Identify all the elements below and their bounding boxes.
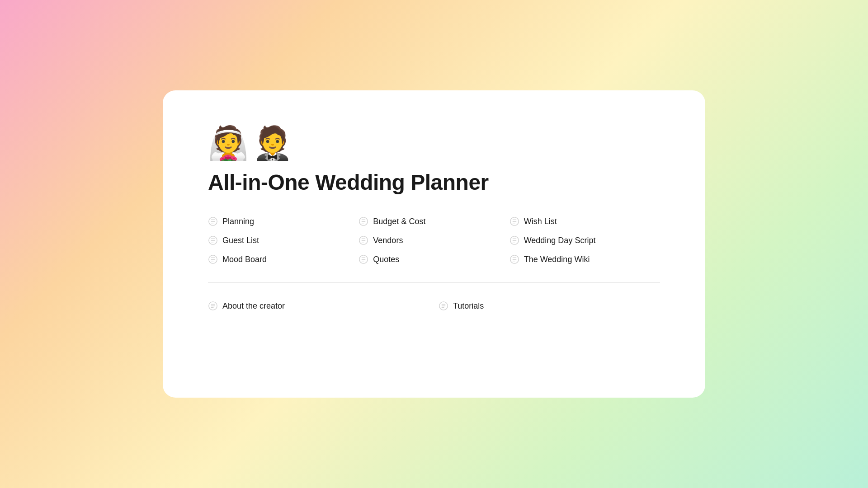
footer-links: About the creator Tutorials <box>208 301 660 311</box>
about-creator-icon <box>208 301 218 311</box>
budget-label: Budget & Cost <box>373 217 425 226</box>
link-wedding-script[interactable]: Wedding Day Script <box>509 235 660 245</box>
links-grid: Planning Budget & Cost Wish List Guest L… <box>208 216 660 264</box>
wishlist-label: Wish List <box>524 217 557 226</box>
guestlist-label: Guest List <box>222 236 259 245</box>
emoji-row: 👰 🤵 <box>208 127 660 159</box>
wishlist-icon <box>509 216 519 226</box>
about-creator-label: About the creator <box>222 301 285 311</box>
link-wishlist[interactable]: Wish List <box>509 216 660 226</box>
planning-icon <box>208 216 218 226</box>
wedding-wiki-label: The Wedding Wiki <box>524 255 590 264</box>
link-guestlist[interactable]: Guest List <box>208 235 359 245</box>
link-vendors[interactable]: Vendors <box>359 235 509 245</box>
vendors-icon <box>359 235 368 245</box>
tutorials-label: Tutorials <box>453 301 484 311</box>
link-tutorials[interactable]: Tutorials <box>439 301 660 311</box>
wedding-wiki-icon <box>509 254 519 264</box>
groom-emoji: 🤵 <box>252 127 293 159</box>
wedding-script-icon <box>509 235 519 245</box>
guestlist-icon <box>208 235 218 245</box>
page-title: All-in-One Wedding Planner <box>208 170 660 195</box>
link-moodboard[interactable]: Mood Board <box>208 254 359 264</box>
main-card: 👰 🤵 All-in-One Wedding Planner Planning … <box>163 90 705 398</box>
budget-icon <box>359 216 368 226</box>
moodboard-label: Mood Board <box>222 255 267 264</box>
wedding-script-label: Wedding Day Script <box>524 236 596 245</box>
link-quotes[interactable]: Quotes <box>359 254 509 264</box>
link-budget[interactable]: Budget & Cost <box>359 216 509 226</box>
divider <box>208 282 660 283</box>
tutorials-icon <box>439 301 448 311</box>
quotes-label: Quotes <box>373 255 399 264</box>
quotes-icon <box>359 254 368 264</box>
moodboard-icon <box>208 254 218 264</box>
link-wedding-wiki[interactable]: The Wedding Wiki <box>509 254 660 264</box>
planning-label: Planning <box>222 217 254 226</box>
link-about-creator[interactable]: About the creator <box>208 301 429 311</box>
vendors-label: Vendors <box>373 236 403 245</box>
bride-emoji: 👰 <box>208 127 249 159</box>
link-planning[interactable]: Planning <box>208 216 359 226</box>
